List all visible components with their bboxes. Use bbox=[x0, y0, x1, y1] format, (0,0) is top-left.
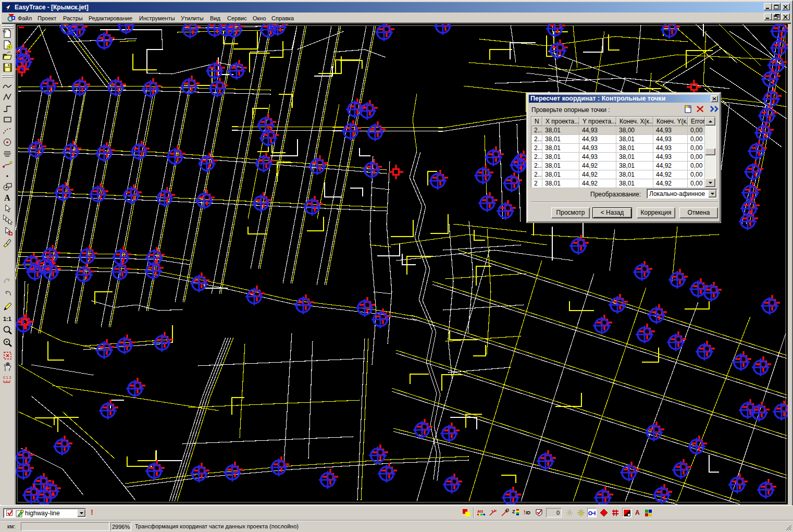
svg-text:Z: Z bbox=[512, 509, 515, 514]
svg-text:1:1: 1:1 bbox=[3, 316, 11, 322]
svg-text:xy: xy bbox=[3, 29, 7, 33]
svg-text:0 1 2: 0 1 2 bbox=[3, 376, 11, 379]
svg-text:ID: ID bbox=[526, 510, 531, 515]
svg-text:!: ! bbox=[524, 510, 525, 515]
svg-text:Att: Att bbox=[477, 509, 483, 514]
svg-text:A: A bbox=[635, 509, 640, 516]
svg-text:A: A bbox=[4, 193, 10, 202]
